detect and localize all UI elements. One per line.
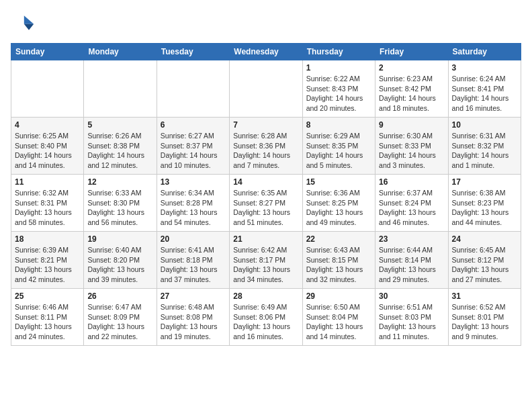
day-detail: Sunrise: 6:34 AM Sunset: 8:28 PM Dayligh… [161, 188, 226, 228]
week-row-2: 4Sunrise: 6:25 AM Sunset: 8:40 PM Daylig… [11, 118, 521, 175]
day-number: 8 [306, 120, 371, 130]
day-detail: Sunrise: 6:31 AM Sunset: 8:32 PM Dayligh… [452, 131, 517, 171]
day-detail: Sunrise: 6:36 AM Sunset: 8:25 PM Dayligh… [306, 188, 371, 228]
day-detail: Sunrise: 6:38 AM Sunset: 8:23 PM Dayligh… [452, 188, 517, 228]
calendar-cell: 21Sunrise: 6:42 AM Sunset: 8:17 PM Dayli… [230, 232, 302, 289]
day-detail: Sunrise: 6:35 AM Sunset: 8:27 PM Dayligh… [233, 188, 298, 228]
calendar-cell: 5Sunrise: 6:26 AM Sunset: 8:38 PM Daylig… [84, 118, 157, 175]
calendar-cell: 27Sunrise: 6:48 AM Sunset: 8:08 PM Dayli… [157, 289, 229, 346]
day-number: 13 [161, 177, 226, 187]
calendar-cell: 18Sunrise: 6:39 AM Sunset: 8:21 PM Dayli… [11, 232, 84, 289]
calendar-header-row: SundayMondayTuesdayWednesdayThursdayFrid… [11, 44, 521, 60]
calendar-cell: 25Sunrise: 6:46 AM Sunset: 8:11 PM Dayli… [11, 289, 84, 346]
calendar-cell: 24Sunrise: 6:45 AM Sunset: 8:12 PM Dayli… [448, 232, 521, 289]
day-number: 7 [233, 120, 298, 130]
day-detail: Sunrise: 6:45 AM Sunset: 8:12 PM Dayligh… [452, 245, 517, 285]
calendar-cell: 4Sunrise: 6:25 AM Sunset: 8:40 PM Daylig… [11, 118, 84, 175]
day-detail: Sunrise: 6:33 AM Sunset: 8:30 PM Dayligh… [87, 188, 152, 228]
day-detail: Sunrise: 6:32 AM Sunset: 8:31 PM Dayligh… [15, 188, 80, 228]
column-header-friday: Friday [375, 44, 448, 60]
day-detail: Sunrise: 6:39 AM Sunset: 8:21 PM Dayligh… [15, 245, 80, 285]
day-detail: Sunrise: 6:40 AM Sunset: 8:20 PM Dayligh… [87, 245, 152, 285]
calendar-cell [11, 60, 84, 118]
column-header-tuesday: Tuesday [157, 44, 229, 60]
calendar-cell: 10Sunrise: 6:31 AM Sunset: 8:32 PM Dayli… [448, 118, 521, 175]
day-number: 1 [306, 63, 371, 73]
day-detail: Sunrise: 6:49 AM Sunset: 8:06 PM Dayligh… [233, 302, 298, 342]
calendar-cell: 15Sunrise: 6:36 AM Sunset: 8:25 PM Dayli… [302, 175, 375, 232]
day-detail: Sunrise: 6:28 AM Sunset: 8:36 PM Dayligh… [233, 131, 298, 171]
week-row-3: 11Sunrise: 6:32 AM Sunset: 8:31 PM Dayli… [11, 175, 521, 232]
day-detail: Sunrise: 6:26 AM Sunset: 8:38 PM Dayligh… [87, 131, 152, 171]
day-detail: Sunrise: 6:51 AM Sunset: 8:03 PM Dayligh… [379, 302, 444, 342]
column-header-thursday: Thursday [302, 44, 375, 60]
logo [11, 11, 38, 35]
day-number: 23 [379, 234, 444, 244]
day-number: 5 [87, 120, 152, 130]
day-detail: Sunrise: 6:27 AM Sunset: 8:37 PM Dayligh… [161, 131, 226, 171]
calendar-cell: 13Sunrise: 6:34 AM Sunset: 8:28 PM Dayli… [157, 175, 229, 232]
calendar-table: SundayMondayTuesdayWednesdayThursdayFrid… [11, 43, 521, 346]
day-number: 11 [15, 177, 80, 187]
day-detail: Sunrise: 6:41 AM Sunset: 8:18 PM Dayligh… [161, 245, 226, 285]
day-detail: Sunrise: 6:44 AM Sunset: 8:14 PM Dayligh… [379, 245, 444, 285]
week-row-1: 1Sunrise: 6:22 AM Sunset: 8:43 PM Daylig… [11, 60, 521, 118]
calendar-cell: 26Sunrise: 6:47 AM Sunset: 8:09 PM Dayli… [84, 289, 157, 346]
calendar-cell: 22Sunrise: 6:43 AM Sunset: 8:15 PM Dayli… [302, 232, 375, 289]
day-detail: Sunrise: 6:48 AM Sunset: 8:08 PM Dayligh… [161, 302, 226, 342]
day-number: 28 [233, 291, 298, 301]
day-detail: Sunrise: 6:22 AM Sunset: 8:43 PM Dayligh… [306, 74, 371, 113]
day-number: 29 [306, 291, 371, 301]
day-number: 2 [379, 63, 444, 73]
calendar-cell: 1Sunrise: 6:22 AM Sunset: 8:43 PM Daylig… [302, 60, 375, 118]
calendar-cell: 3Sunrise: 6:24 AM Sunset: 8:41 PM Daylig… [448, 60, 521, 118]
day-number: 12 [87, 177, 152, 187]
day-number: 22 [306, 234, 371, 244]
calendar-cell: 16Sunrise: 6:37 AM Sunset: 8:24 PM Dayli… [375, 175, 448, 232]
calendar-cell: 7Sunrise: 6:28 AM Sunset: 8:36 PM Daylig… [230, 118, 302, 175]
day-detail: Sunrise: 6:37 AM Sunset: 8:24 PM Dayligh… [379, 188, 444, 228]
day-detail: Sunrise: 6:29 AM Sunset: 8:35 PM Dayligh… [306, 131, 371, 171]
calendar-cell [157, 60, 229, 118]
day-number: 17 [452, 177, 517, 187]
day-number: 24 [452, 234, 517, 244]
day-number: 16 [379, 177, 444, 187]
column-header-sunday: Sunday [11, 44, 84, 60]
day-detail: Sunrise: 6:23 AM Sunset: 8:42 PM Dayligh… [379, 74, 444, 113]
day-number: 4 [15, 120, 80, 130]
calendar-cell: 11Sunrise: 6:32 AM Sunset: 8:31 PM Dayli… [11, 175, 84, 232]
day-number: 10 [452, 120, 517, 130]
day-number: 6 [161, 120, 226, 130]
day-detail: Sunrise: 6:30 AM Sunset: 8:33 PM Dayligh… [379, 131, 444, 171]
column-header-monday: Monday [84, 44, 157, 60]
page-header [11, 11, 521, 35]
svg-marker-1 [24, 24, 34, 30]
calendar-cell: 17Sunrise: 6:38 AM Sunset: 8:23 PM Dayli… [448, 175, 521, 232]
day-number: 14 [233, 177, 298, 187]
calendar-cell [84, 60, 157, 118]
day-number: 18 [15, 234, 80, 244]
calendar-cell: 29Sunrise: 6:50 AM Sunset: 8:04 PM Dayli… [302, 289, 375, 346]
calendar-cell: 6Sunrise: 6:27 AM Sunset: 8:37 PM Daylig… [157, 118, 229, 175]
day-detail: Sunrise: 6:25 AM Sunset: 8:40 PM Dayligh… [15, 131, 80, 171]
day-detail: Sunrise: 6:43 AM Sunset: 8:15 PM Dayligh… [306, 245, 371, 285]
calendar-cell: 8Sunrise: 6:29 AM Sunset: 8:35 PM Daylig… [302, 118, 375, 175]
day-number: 26 [87, 291, 152, 301]
calendar-cell: 30Sunrise: 6:51 AM Sunset: 8:03 PM Dayli… [375, 289, 448, 346]
calendar-cell: 9Sunrise: 6:30 AM Sunset: 8:33 PM Daylig… [375, 118, 448, 175]
day-number: 9 [379, 120, 444, 130]
day-detail: Sunrise: 6:52 AM Sunset: 8:01 PM Dayligh… [452, 302, 517, 342]
day-number: 20 [161, 234, 226, 244]
day-detail: Sunrise: 6:46 AM Sunset: 8:11 PM Dayligh… [15, 302, 80, 342]
calendar-cell: 19Sunrise: 6:40 AM Sunset: 8:20 PM Dayli… [84, 232, 157, 289]
day-number: 25 [15, 291, 80, 301]
calendar-cell: 14Sunrise: 6:35 AM Sunset: 8:27 PM Dayli… [230, 175, 302, 232]
day-number: 15 [306, 177, 371, 187]
column-header-saturday: Saturday [448, 44, 521, 60]
day-number: 19 [87, 234, 152, 244]
week-row-5: 25Sunrise: 6:46 AM Sunset: 8:11 PM Dayli… [11, 289, 521, 346]
day-detail: Sunrise: 6:42 AM Sunset: 8:17 PM Dayligh… [233, 245, 298, 285]
day-detail: Sunrise: 6:47 AM Sunset: 8:09 PM Dayligh… [87, 302, 152, 342]
calendar-cell: 28Sunrise: 6:49 AM Sunset: 8:06 PM Dayli… [230, 289, 302, 346]
calendar-cell: 2Sunrise: 6:23 AM Sunset: 8:42 PM Daylig… [375, 60, 448, 118]
